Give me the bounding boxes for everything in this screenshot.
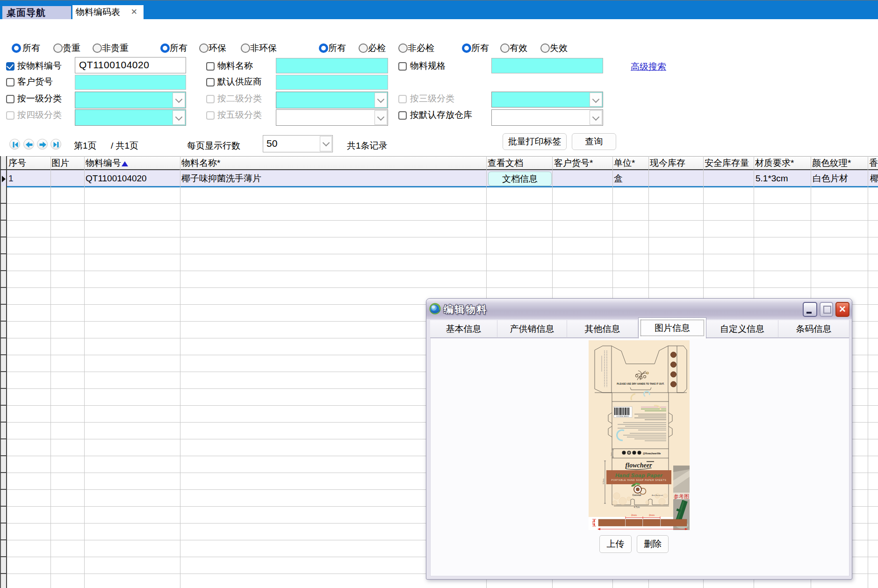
svg-text:2mm: 2mm xyxy=(631,514,637,516)
svg-text:参考图: 参考图 xyxy=(674,494,689,499)
svg-text:PORTABLE HAND SOAP PAPER SHEET: PORTABLE HAND SOAP PAPER SHEETS xyxy=(611,479,666,481)
svg-text:flowcheer: flowcheer xyxy=(626,462,652,469)
svg-text:@flowcheerlife: @flowcheerlife xyxy=(643,452,661,455)
svg-text:Coconut: Coconut xyxy=(633,494,641,496)
svg-text:6 972816 380012: 6 972816 380012 xyxy=(617,416,629,417)
svg-text:6.5cm: 6.5cm xyxy=(602,479,605,484)
svg-text:Anti-Bacterial: Anti-Bacterial xyxy=(652,494,663,496)
svg-text:1cm: 1cm xyxy=(610,452,612,456)
svg-text:PLEASE USE DRY HANDS TO TAKE I: PLEASE USE DRY HANDS TO TAKE IT OUT. xyxy=(617,383,664,385)
svg-text:4.7cm: 4.7cm xyxy=(634,506,640,509)
svg-text:2mm: 2mm xyxy=(649,514,655,516)
svg-text:Hand Soap Paper: Hand Soap Paper xyxy=(615,473,662,478)
